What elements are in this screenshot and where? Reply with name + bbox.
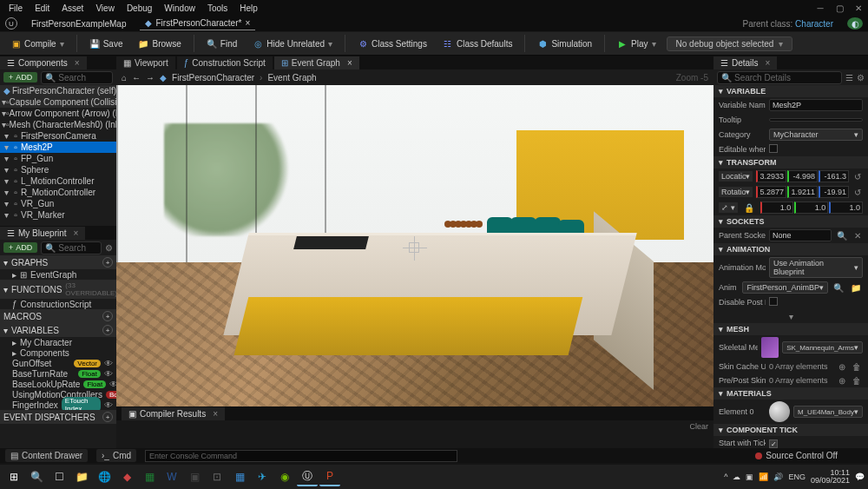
- disable-post-checkbox[interactable]: [769, 297, 778, 306]
- tree-root[interactable]: ◆FirstPersonCharacter (self): [0, 85, 116, 96]
- reset-icon[interactable]: ↺: [852, 172, 863, 182]
- transform-section[interactable]: ▾ TRANSFORM: [713, 156, 868, 169]
- close-icon[interactable]: ×: [74, 228, 79, 238]
- compile-button[interactable]: ▣Compile▾: [5, 36, 69, 51]
- components-search[interactable]: 🔍Search: [41, 71, 113, 84]
- filter-icon[interactable]: ☰: [845, 73, 853, 83]
- loc-y[interactable]: -4.998: [787, 170, 818, 182]
- lock-icon[interactable]: 🔒: [741, 203, 757, 213]
- task-chrome[interactable]: 🌐: [94, 467, 115, 486]
- variable-row[interactable]: FingerIndexETouch Index👁: [0, 400, 116, 410]
- browse-button[interactable]: 📁Browse: [133, 36, 186, 51]
- doc-tab-map[interactable]: FirstPersonExampleMap: [26, 17, 131, 30]
- clear-icon[interactable]: ✕: [852, 231, 863, 241]
- eventgraph-tab[interactable]: ⊞Event Graph×: [274, 56, 359, 69]
- scale-x[interactable]: 1.0: [760, 202, 794, 214]
- trash-icon[interactable]: 🗑: [851, 376, 863, 386]
- dispatchers-section[interactable]: EVENT DISPATCHERS+: [0, 410, 116, 424]
- add-macro-button[interactable]: +: [102, 311, 113, 321]
- trash-icon[interactable]: 🗑: [851, 362, 863, 372]
- settings-icon[interactable]: ⚙: [857, 73, 865, 83]
- scale-dropdown[interactable]: ⤢ ▾: [719, 202, 738, 213]
- task-app1[interactable]: ◆: [116, 467, 137, 486]
- viewport-tab[interactable]: ▦Viewport: [116, 56, 175, 69]
- reset-icon[interactable]: ↺: [852, 188, 863, 197]
- tree-item[interactable]: ▾▫Sphere: [0, 164, 116, 175]
- close-icon[interactable]: ×: [75, 58, 80, 68]
- add-variable-button[interactable]: +: [102, 325, 113, 335]
- start-tick-checkbox[interactable]: ✓: [769, 439, 778, 448]
- nav-home-icon[interactable]: ⌂: [122, 73, 127, 83]
- skeletal-mesh-dropdown[interactable]: SK_Mannequin_Arms▾: [782, 341, 863, 354]
- clock[interactable]: 10:11 09/09/2021: [811, 469, 850, 485]
- menu-help[interactable]: Help: [234, 2, 263, 15]
- material-dropdown[interactable]: M_UE4Man_Body▾: [793, 406, 863, 418]
- save-button[interactable]: 💾Save: [84, 36, 128, 51]
- menu-view[interactable]: View: [90, 2, 120, 15]
- component-tick-section[interactable]: ▾ COMPONENT TICK: [713, 424, 868, 436]
- material-thumbnail[interactable]: [769, 401, 790, 422]
- tree-item[interactable]: ▾▫Capsule Component (CollisionCylinder): [0, 96, 116, 108]
- blueprint-search[interactable]: 🔍Search: [41, 241, 102, 254]
- close-icon[interactable]: ×: [766, 58, 771, 68]
- translate-gizmo[interactable]: [409, 242, 419, 253]
- task-unreal[interactable]: Ⓤ: [297, 467, 318, 486]
- task-powerpoint[interactable]: P: [319, 467, 340, 486]
- add-icon[interactable]: ⊕: [837, 376, 847, 386]
- editable-checkbox[interactable]: [769, 144, 778, 153]
- task-app2[interactable]: ▣: [184, 467, 205, 486]
- debug-object-dropdown[interactable]: No debug object selected▾: [667, 36, 793, 51]
- menu-debug[interactable]: Debug: [122, 2, 157, 15]
- variable-name-input[interactable]: Mesh2P: [769, 99, 863, 111]
- tray-cloud-icon[interactable]: ☁: [733, 472, 740, 481]
- clear-button[interactable]: Clear: [689, 422, 708, 431]
- breadcrumb-leaf[interactable]: Event Graph: [267, 73, 316, 83]
- task-explorer[interactable]: 📁: [71, 467, 92, 486]
- tree-item[interactable]: ▾▫Mesh2P: [0, 142, 116, 153]
- rot-y[interactable]: 1.9211: [787, 186, 818, 198]
- task-telegram[interactable]: ✈: [252, 467, 273, 486]
- system-tray[interactable]: ^ ☁ ▣ 📶 🔊 ENG 10:11 09/09/2021 💬: [724, 469, 865, 485]
- start-button[interactable]: ⊞: [3, 467, 24, 486]
- task-nvidia[interactable]: ◉: [274, 467, 295, 486]
- variable-row[interactable]: BaseTurnRateFloat👁: [0, 368, 116, 379]
- user-avatar-icon[interactable]: ◐: [847, 17, 863, 30]
- tree-item[interactable]: ▾▫FP_Gun: [0, 153, 116, 164]
- class-defaults-button[interactable]: ☷Class Defaults: [437, 36, 517, 51]
- details-search[interactable]: 🔍Search Details: [717, 71, 842, 84]
- menu-file[interactable]: File: [3, 2, 28, 15]
- tooltip-input[interactable]: [769, 118, 863, 122]
- notifications-icon[interactable]: 💬: [855, 472, 865, 481]
- mesh-thumbnail[interactable]: [761, 337, 779, 358]
- menu-edit[interactable]: Edit: [30, 2, 55, 15]
- materials-section[interactable]: ▾ MATERIALS: [713, 387, 868, 400]
- loc-z[interactable]: -161.3: [819, 170, 849, 182]
- doc-tab-character[interactable]: ◆ FirstPersonCharacter* ×: [140, 17, 255, 30]
- class-settings-button[interactable]: ⚙Class Settings: [352, 36, 432, 51]
- tree-item[interactable]: ▾▫L_MotionController: [0, 175, 116, 187]
- task-word[interactable]: W: [161, 467, 182, 486]
- task-app3[interactable]: ⊡: [207, 467, 227, 486]
- variable-row[interactable]: GunOffsetVector👁: [0, 358, 116, 368]
- task-calendar[interactable]: ▦: [229, 467, 250, 486]
- anim-class-dropdown[interactable]: FirstPerson_AnimBP▾: [742, 281, 828, 294]
- macros-section[interactable]: MACROS+: [0, 309, 116, 323]
- eventgraph-item[interactable]: ▸ ⊞ EventGraph: [0, 269, 116, 280]
- loc-x[interactable]: 3.2933: [756, 170, 786, 182]
- vargroup-mycharacter[interactable]: ▸ My Character: [0, 337, 116, 347]
- compiler-results-tab[interactable]: ▣Compiler Results×: [122, 407, 225, 420]
- variable-row[interactable]: BaseLookUpRateFloat👁: [0, 379, 116, 389]
- parent-socket-input[interactable]: None: [769, 229, 832, 241]
- tree-item[interactable]: ▾▫VR_Marker: [0, 209, 116, 221]
- location-dropdown[interactable]: Location▾: [719, 171, 753, 182]
- tree-item[interactable]: ▾▫FirstPersonCamera: [0, 130, 116, 142]
- task-excel[interactable]: ▦: [139, 467, 160, 486]
- variables-section[interactable]: ▾ VARIABLES+: [0, 323, 116, 337]
- variable-section[interactable]: ▾ VARIABLE: [713, 85, 868, 97]
- components-tab[interactable]: ☰Components×: [0, 56, 87, 69]
- vargroup-components[interactable]: ▸ Components: [0, 347, 116, 358]
- tray-volume-icon[interactable]: 🔊: [773, 472, 783, 481]
- category-dropdown[interactable]: MyCharacter▾: [769, 129, 863, 141]
- tray-up-icon[interactable]: ^: [724, 472, 727, 481]
- close-icon[interactable]: ×: [213, 409, 218, 419]
